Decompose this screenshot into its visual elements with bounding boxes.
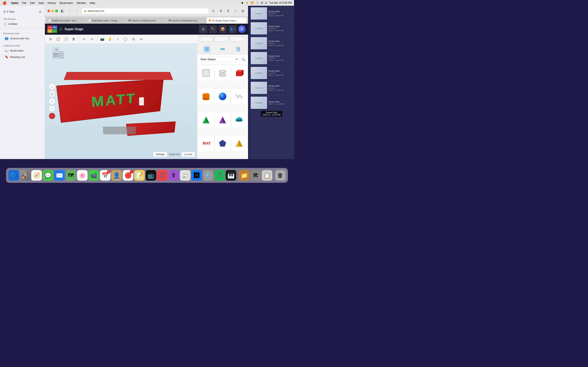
tab-3[interactable]: 🎮 Tyrone's Unblocked Gam... [167,17,207,24]
dock-tool1[interactable]: 🛠 [250,170,261,181]
menu-edit[interactable]: Edit [30,1,35,4]
send-to-btn[interactable]: Send To [229,36,246,42]
dock-maps[interactable]: 🗺 [66,170,76,181]
finder-item-4[interactable]: Screenshot Screen Shot 15.15 AM 2022-0..… [249,66,294,80]
dock-contacts[interactable]: 👤 [111,170,122,181]
maximize-button[interactable] [55,9,58,12]
dock-music[interactable]: 🎵 [157,170,168,181]
finder-item-3[interactable]: Screenshot Screen Shot 5.08 AM 2022-0...… [249,51,294,65]
add-user-btn[interactable]: 👤+ [228,25,237,33]
viewport[interactable]: TOP RIGHTBACK MATT [45,44,197,159]
shapes-search-btn[interactable]: 🔍 [240,56,246,62]
finder-item-6[interactable]: Screenshot Screen Shot 2022-11...12.26 P… [249,96,294,110]
align-tool[interactable]: ⊟ [130,36,137,43]
dock-stickies[interactable]: 📝 [134,170,145,181]
fit-btn[interactable]: ⊡ [49,91,55,97]
search-menubar-icon[interactable]: 🔍 [256,1,259,4]
shape-cylinder-hole[interactable] [215,65,231,81]
address-bar[interactable]: 🔒 tinkercad.com [81,8,209,14]
menu-window[interactable]: Window [77,1,86,4]
grid-view-btn[interactable]: ⊞ [199,25,207,33]
import-btn[interactable]: Import [199,36,213,42]
dock-appletv[interactable]: 📺 [146,170,156,181]
shape2-tool[interactable]: ◯ [122,36,129,43]
panel-ruler-btn[interactable] [218,45,227,53]
reload-button[interactable]: ↻ [210,8,216,14]
finder-item-2[interactable]: Screenshot Screen Shot 0.59 AM 2022-0...… [249,36,294,50]
settings-button[interactable]: Settings [153,152,167,157]
close-button[interactable] [47,9,50,12]
shape-cylinder[interactable] [198,89,214,105]
copy-tool[interactable]: ⬜ [62,36,69,43]
tabs-counter[interactable]: ⊞ 5 Tabs [3,10,15,13]
shapes-btn[interactable]: ⛏ [209,25,217,33]
tab-overview-button[interactable]: ⊞ [240,8,246,14]
finder-item-5[interactable]: Screenshot Screen Shot 5.51 AM 2022-0...… [249,81,294,95]
sidebar-item-reading-list[interactable]: 🔖 Reading List [1,54,43,60]
dock-photos[interactable]: 🌸 [77,170,87,181]
tab-4[interactable]: 🎨 3D design Super Gogo |... [207,17,246,24]
dock-appstore[interactable]: 🅰 [191,170,202,181]
share-button[interactable]: ⬆ [225,8,231,14]
menu-bookmarks[interactable]: Bookmarks [60,1,73,4]
dock-mail[interactable]: ✉️ [54,170,65,181]
shape-scribble[interactable] [231,89,247,105]
menu-view[interactable]: View [38,1,44,4]
sidebar-item-shared[interactable]: 👥 Shared with You [1,35,43,42]
menu-history[interactable]: History [48,1,56,4]
dock-logicpro[interactable]: 🎹 [226,170,236,181]
finder-item-1[interactable]: Screenshot Screen Shot 58.18 AM 2022-0..… [249,21,294,35]
tab-0[interactable]: 📄 Untitled document - Goo... [47,17,86,24]
back-button[interactable]: ← [67,8,72,14]
sidebar-item-bookmarks[interactable]: 📖 Bookmarks [1,48,43,54]
redo-tool[interactable]: ↪ [88,36,95,43]
tab-1[interactable]: 📄 Polynesian notes - Googl... [86,17,126,24]
dock-calendar[interactable]: 📅 15 [100,170,111,181]
paste-tool[interactable]: 📋 [55,36,62,43]
dock-reminders[interactable]: 🔴 3 [123,170,133,181]
download-button[interactable]: ⬇ [218,8,224,14]
dock-podcasts[interactable]: 🎙 [168,170,179,181]
shape-pyramid-yellow[interactable] [231,135,247,151]
dock-news[interactable]: 📰 [180,170,190,181]
shape-box-hole[interactable] [198,65,214,81]
dock-spotify[interactable]: 🎵 [214,170,225,181]
avatar[interactable]: G [238,25,246,33]
panel-toggle[interactable]: › [139,97,144,105]
dock-tool2[interactable]: 📋 [262,170,272,181]
delete-tool[interactable]: 🗑 [70,36,77,43]
new-tab-button[interactable]: ＋ [233,8,238,14]
menu-help[interactable]: Help [90,1,95,4]
shape-half-sphere[interactable] [231,112,247,128]
apple-menu[interactable]: 🍎 [2,1,7,5]
panel-grid-btn[interactable] [203,45,211,53]
siri-icon[interactable]: ◎ [265,1,267,4]
hamburger-icon[interactable]: ☰ [59,27,62,31]
menu-app[interactable]: Safari [11,1,18,4]
dock-safari[interactable]: 🧭 [31,170,42,181]
rotate-btn[interactable]: ↕ [49,113,55,119]
shape-text[interactable]: text [198,135,214,151]
snap-value[interactable]: 1.0 mm [182,152,195,157]
finder-item-0[interactable]: Screenshot Screen Shot 25.14 PM 2022-0..… [249,7,294,20]
shape-sphere[interactable] [215,89,231,105]
shape-box[interactable] [231,65,247,81]
shape-tool[interactable]: ○ [114,36,121,43]
export-btn[interactable]: Export [214,36,229,42]
control-center-icon[interactable]: ⊞ [261,1,263,4]
dock-messages[interactable]: 💬 [43,170,53,181]
home-btn[interactable]: ⌂ [49,83,55,90]
dock-systemprefs[interactable]: ⚙️ [203,170,213,181]
menu-file[interactable]: File [22,1,26,4]
dock-finder2[interactable]: 📁 [239,170,250,181]
shape-pyramid-purple[interactable] [215,112,231,128]
light-tool[interactable]: 💡 [107,36,113,43]
tab-2[interactable]: 🎮 Tyrone's Unblocked Ga... [127,17,166,24]
mirror-tool[interactable]: ⇔ [138,36,145,43]
shape-pentagon[interactable] [215,135,231,151]
camera-tool[interactable]: 📷 [99,36,106,43]
dock-facetime[interactable]: 📹 [88,170,99,181]
dock-launchpad[interactable]: 🚀 [20,170,30,181]
dock-finder[interactable]: 🔵 [8,170,19,181]
panel-notes-btn[interactable] [234,45,242,53]
